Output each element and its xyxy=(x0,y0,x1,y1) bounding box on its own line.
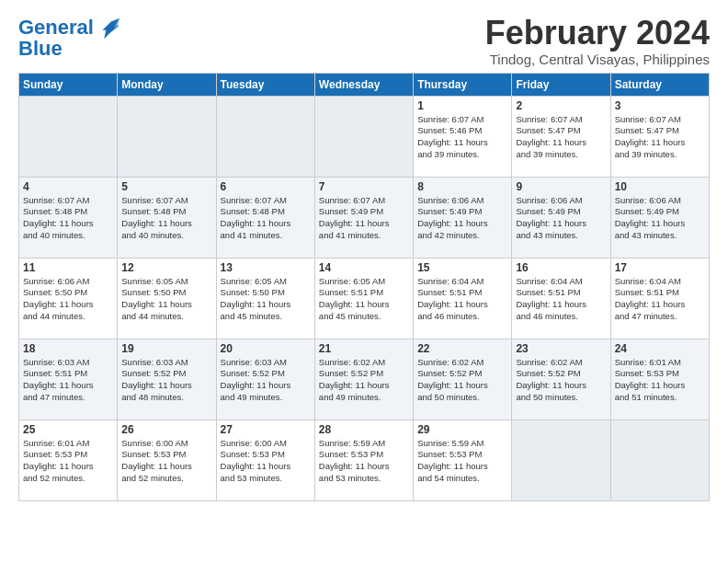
header-day-wednesday: Wednesday xyxy=(314,73,413,96)
calendar-cell: 27Sunrise: 6:00 AM Sunset: 5:53 PM Dayli… xyxy=(216,419,314,500)
day-info: Sunrise: 6:07 AM Sunset: 5:46 PM Dayligh… xyxy=(417,114,507,161)
day-number: 22 xyxy=(417,342,507,355)
day-number: 16 xyxy=(516,261,606,274)
day-number: 17 xyxy=(615,261,705,274)
calendar-cell xyxy=(118,96,216,177)
day-number: 27 xyxy=(221,423,311,436)
header: General Blue February 2024 Tindog, Centr… xyxy=(18,15,710,67)
calendar-cell: 8Sunrise: 6:06 AM Sunset: 5:49 PM Daylig… xyxy=(414,177,512,258)
day-info: Sunrise: 6:04 AM Sunset: 5:51 PM Dayligh… xyxy=(516,276,606,323)
calendar-cell: 7Sunrise: 6:07 AM Sunset: 5:49 PM Daylig… xyxy=(314,177,413,258)
calendar-header: SundayMondayTuesdayWednesdayThursdayFrid… xyxy=(19,73,710,96)
day-number: 15 xyxy=(417,261,507,274)
calendar-cell: 28Sunrise: 5:59 AM Sunset: 5:53 PM Dayli… xyxy=(314,419,413,500)
day-info: Sunrise: 6:03 AM Sunset: 5:52 PM Dayligh… xyxy=(221,357,311,404)
week-row-3: 11Sunrise: 6:06 AM Sunset: 5:50 PM Dayli… xyxy=(19,258,710,339)
logo: General Blue xyxy=(18,15,121,61)
day-number: 28 xyxy=(319,423,409,436)
day-number: 24 xyxy=(615,342,705,355)
day-info: Sunrise: 6:00 AM Sunset: 5:53 PM Dayligh… xyxy=(221,438,311,485)
calendar-cell: 10Sunrise: 6:06 AM Sunset: 5:49 PM Dayli… xyxy=(610,177,709,258)
calendar-cell: 15Sunrise: 6:04 AM Sunset: 5:51 PM Dayli… xyxy=(414,258,512,339)
day-info: Sunrise: 6:02 AM Sunset: 5:52 PM Dayligh… xyxy=(516,357,606,404)
calendar-cell: 2Sunrise: 6:07 AM Sunset: 5:47 PM Daylig… xyxy=(512,96,610,177)
header-day-friday: Friday xyxy=(512,73,610,96)
day-number: 11 xyxy=(23,261,113,274)
day-info: Sunrise: 6:04 AM Sunset: 5:51 PM Dayligh… xyxy=(417,276,507,323)
header-day-tuesday: Tuesday xyxy=(216,73,314,96)
calendar-cell: 3Sunrise: 6:07 AM Sunset: 5:47 PM Daylig… xyxy=(610,96,709,177)
day-info: Sunrise: 6:07 AM Sunset: 5:47 PM Dayligh… xyxy=(615,114,705,161)
svg-marker-0 xyxy=(102,18,119,39)
week-row-5: 25Sunrise: 6:01 AM Sunset: 5:53 PM Dayli… xyxy=(19,419,710,500)
day-number: 1 xyxy=(417,99,507,112)
day-info: Sunrise: 6:07 AM Sunset: 5:48 PM Dayligh… xyxy=(121,195,211,242)
day-number: 7 xyxy=(319,180,409,193)
day-number: 13 xyxy=(221,261,311,274)
day-number: 8 xyxy=(417,180,507,193)
location: Tindog, Central Visayas, Philippines xyxy=(485,52,710,67)
week-row-2: 4Sunrise: 6:07 AM Sunset: 5:48 PM Daylig… xyxy=(19,177,710,258)
day-number: 25 xyxy=(23,423,113,436)
day-info: Sunrise: 6:06 AM Sunset: 5:50 PM Dayligh… xyxy=(23,276,113,323)
calendar-cell: 4Sunrise: 6:07 AM Sunset: 5:48 PM Daylig… xyxy=(19,177,118,258)
calendar-cell: 13Sunrise: 6:05 AM Sunset: 5:50 PM Dayli… xyxy=(216,258,314,339)
month-title: February 2024 xyxy=(485,15,710,52)
day-info: Sunrise: 6:02 AM Sunset: 5:52 PM Dayligh… xyxy=(417,357,507,404)
calendar-cell: 18Sunrise: 6:03 AM Sunset: 5:51 PM Dayli… xyxy=(19,339,118,419)
day-info: Sunrise: 6:06 AM Sunset: 5:49 PM Dayligh… xyxy=(417,195,507,242)
calendar-cell: 9Sunrise: 6:06 AM Sunset: 5:49 PM Daylig… xyxy=(512,177,610,258)
day-info: Sunrise: 6:00 AM Sunset: 5:53 PM Dayligh… xyxy=(121,438,211,485)
day-number: 21 xyxy=(319,342,409,355)
day-number: 18 xyxy=(23,342,113,355)
day-info: Sunrise: 6:05 AM Sunset: 5:50 PM Dayligh… xyxy=(121,276,211,323)
calendar-cell: 19Sunrise: 6:03 AM Sunset: 5:52 PM Dayli… xyxy=(118,339,216,419)
day-info: Sunrise: 6:03 AM Sunset: 5:51 PM Dayligh… xyxy=(23,357,113,404)
day-info: Sunrise: 6:07 AM Sunset: 5:48 PM Dayligh… xyxy=(23,195,113,242)
calendar-cell: 17Sunrise: 6:04 AM Sunset: 5:51 PM Dayli… xyxy=(610,258,709,339)
calendar-table: SundayMondayTuesdayWednesdayThursdayFrid… xyxy=(18,73,710,501)
calendar-cell: 12Sunrise: 6:05 AM Sunset: 5:50 PM Dayli… xyxy=(118,258,216,339)
day-info: Sunrise: 6:03 AM Sunset: 5:52 PM Dayligh… xyxy=(121,357,211,404)
calendar-cell: 21Sunrise: 6:02 AM Sunset: 5:52 PM Dayli… xyxy=(314,339,413,419)
day-number: 9 xyxy=(516,180,606,193)
day-number: 29 xyxy=(417,423,507,436)
calendar-cell xyxy=(512,419,610,500)
header-day-sunday: Sunday xyxy=(19,73,118,96)
calendar-cell: 29Sunrise: 5:59 AM Sunset: 5:53 PM Dayli… xyxy=(414,419,512,500)
day-number: 5 xyxy=(121,180,211,193)
calendar-cell: 11Sunrise: 6:06 AM Sunset: 5:50 PM Dayli… xyxy=(19,258,118,339)
day-info: Sunrise: 6:06 AM Sunset: 5:49 PM Dayligh… xyxy=(516,195,606,242)
day-number: 23 xyxy=(516,342,606,355)
day-number: 19 xyxy=(121,342,211,355)
day-number: 3 xyxy=(615,99,705,112)
logo-text1: General xyxy=(18,16,94,39)
calendar-cell: 20Sunrise: 6:03 AM Sunset: 5:52 PM Dayli… xyxy=(216,339,314,419)
logo-bird-icon xyxy=(96,15,121,40)
day-number: 4 xyxy=(23,180,113,193)
calendar-cell: 16Sunrise: 6:04 AM Sunset: 5:51 PM Dayli… xyxy=(512,258,610,339)
day-info: Sunrise: 6:04 AM Sunset: 5:51 PM Dayligh… xyxy=(615,276,705,323)
day-number: 2 xyxy=(516,99,606,112)
calendar-cell: 25Sunrise: 6:01 AM Sunset: 5:53 PM Dayli… xyxy=(19,419,118,500)
day-info: Sunrise: 6:01 AM Sunset: 5:53 PM Dayligh… xyxy=(615,357,705,404)
day-info: Sunrise: 6:01 AM Sunset: 5:53 PM Dayligh… xyxy=(23,438,113,485)
week-row-1: 1Sunrise: 6:07 AM Sunset: 5:46 PM Daylig… xyxy=(19,96,710,177)
calendar-cell: 24Sunrise: 6:01 AM Sunset: 5:53 PM Dayli… xyxy=(610,339,709,419)
calendar-body: 1Sunrise: 6:07 AM Sunset: 5:46 PM Daylig… xyxy=(19,96,710,500)
day-info: Sunrise: 6:05 AM Sunset: 5:50 PM Dayligh… xyxy=(221,276,311,323)
calendar-cell xyxy=(314,96,413,177)
day-number: 26 xyxy=(121,423,211,436)
header-day-thursday: Thursday xyxy=(414,73,512,96)
title-area: February 2024 Tindog, Central Visayas, P… xyxy=(485,15,710,67)
logo-text: General xyxy=(18,17,94,38)
calendar-cell: 22Sunrise: 6:02 AM Sunset: 5:52 PM Dayli… xyxy=(414,339,512,419)
calendar-cell xyxy=(610,419,709,500)
calendar-cell: 26Sunrise: 6:00 AM Sunset: 5:53 PM Dayli… xyxy=(118,419,216,500)
day-number: 12 xyxy=(121,261,211,274)
calendar-cell: 1Sunrise: 6:07 AM Sunset: 5:46 PM Daylig… xyxy=(414,96,512,177)
day-info: Sunrise: 6:06 AM Sunset: 5:49 PM Dayligh… xyxy=(615,195,705,242)
day-number: 6 xyxy=(221,180,311,193)
header-day-monday: Monday xyxy=(118,73,216,96)
header-day-saturday: Saturday xyxy=(610,73,709,96)
